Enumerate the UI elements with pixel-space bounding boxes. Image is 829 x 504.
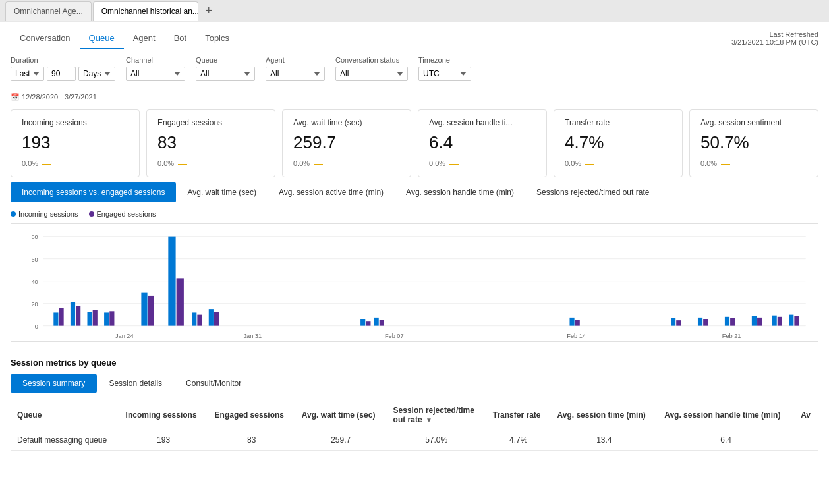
- tab-topics[interactable]: Topics: [196, 28, 239, 49]
- chart-tab-rejected[interactable]: Sessions rejected/timed out rate: [525, 182, 660, 202]
- kpi-change-avg-wait-time: 0.0%: [293, 159, 310, 167]
- session-tab-consult[interactable]: Consult/Monitor: [174, 374, 253, 393]
- svg-rect-24: [209, 309, 214, 326]
- kpi-card-incoming-sessions: Incoming sessions 193 0.0% —: [11, 109, 140, 177]
- duration-value-input[interactable]: [47, 67, 76, 81]
- last-refreshed-label: Last Refreshed: [731, 30, 818, 38]
- agent-filter: Agent All: [266, 56, 325, 81]
- date-range: 📅 12/28/2020 - 3/27/2021: [0, 88, 829, 104]
- svg-rect-11: [59, 308, 63, 326]
- svg-rect-34: [575, 320, 580, 326]
- svg-rect-38: [698, 318, 702, 326]
- cell-rejected: 57.0%: [387, 430, 486, 451]
- cell-engaged: 83: [208, 430, 295, 451]
- new-tab-button[interactable]: +: [200, 2, 218, 20]
- inactive-tab[interactable]: Omnichannel Age...: [5, 1, 92, 21]
- kpi-trend-avg-wait-time: —: [314, 158, 323, 169]
- kpi-value-incoming-sessions: 193: [22, 132, 129, 153]
- cell-avg-wait: 259.7: [295, 430, 387, 451]
- duration-row: Last Days: [11, 67, 115, 81]
- col-queue: Queue: [11, 401, 119, 430]
- svg-rect-12: [71, 302, 75, 326]
- chart-svg: 80 60 40 20 0: [16, 229, 813, 341]
- svg-rect-44: [772, 316, 777, 326]
- svg-text:Feb 14: Feb 14: [567, 333, 586, 339]
- timezone-select[interactable]: UTC: [418, 67, 471, 81]
- chart-tab-avg-wait[interactable]: Avg. wait time (sec): [176, 182, 267, 202]
- svg-text:60: 60: [32, 256, 38, 263]
- timezone-filter: Timezone UTC: [418, 56, 471, 81]
- legend-dot: [11, 211, 16, 217]
- last-refreshed-value: 3/21/2021 10:18 PM (UTC): [731, 38, 818, 46]
- session-tab-summary[interactable]: Session summary: [11, 374, 97, 393]
- svg-rect-14: [87, 312, 92, 325]
- svg-rect-39: [703, 319, 708, 326]
- conv-status-filter: Conversation status All: [335, 56, 408, 81]
- session-tabs: Session summarySession detailsConsult/Mo…: [11, 374, 818, 393]
- chart-tab-avg-handle[interactable]: Avg. session handle time (min): [395, 182, 525, 202]
- duration-filter: Duration Last Days: [11, 56, 115, 81]
- agent-select[interactable]: All: [266, 67, 325, 81]
- svg-text:Feb 07: Feb 07: [385, 333, 404, 339]
- legend-label: Incoming sessions: [18, 210, 78, 218]
- table-header-row: Queue Incoming sessions Engaged sessions…: [11, 401, 818, 430]
- tab-queue[interactable]: Queue: [80, 28, 124, 49]
- svg-rect-22: [192, 312, 196, 325]
- queue-select[interactable]: All: [196, 67, 255, 81]
- chart-tab-avg-active[interactable]: Avg. session active time (min): [268, 182, 395, 202]
- svg-text:40: 40: [32, 279, 38, 285]
- svg-rect-29: [366, 321, 370, 325]
- chart-section: Incoming sessions vs. engaged sessionsAv…: [0, 182, 829, 352]
- queue-filter-label: Queue: [196, 56, 255, 64]
- conv-status-label: Conversation status: [335, 56, 408, 64]
- svg-rect-23: [197, 315, 202, 326]
- chart-tab-incoming-vs-engaged[interactable]: Incoming sessions vs. engaged sessions: [11, 182, 176, 202]
- svg-rect-21: [177, 278, 184, 325]
- active-tab[interactable]: Omnichannel historical an... ✕: [93, 1, 198, 21]
- svg-rect-20: [168, 237, 175, 326]
- agent-label: Agent: [266, 56, 325, 64]
- kpi-title-avg-wait-time: Avg. wait time (sec): [293, 118, 400, 127]
- col-engaged: Engaged sessions: [208, 401, 295, 430]
- tab-agent[interactable]: Agent: [124, 28, 165, 49]
- svg-rect-42: [752, 316, 757, 326]
- kpi-card-avg-sentiment: Avg. session sentiment 50.7% 0.0% —: [689, 109, 818, 177]
- duration-type-select[interactable]: Last: [11, 67, 44, 81]
- kpi-footer-incoming-sessions: 0.0% —: [22, 158, 129, 169]
- session-tab-details[interactable]: Session details: [97, 374, 174, 393]
- svg-rect-37: [676, 320, 681, 326]
- kpi-title-incoming-sessions: Incoming sessions: [22, 118, 129, 127]
- cell-queue: Default messaging queue: [11, 430, 119, 451]
- last-refreshed: Last Refreshed 3/21/2021 10:18 PM (UTC): [731, 30, 818, 46]
- chart-legend: Incoming sessions Engaged sessions: [11, 210, 818, 218]
- svg-rect-25: [214, 312, 219, 325]
- cell-transfer: 4.7%: [486, 430, 551, 451]
- col-avg-handle: Avg. session handle time (min): [658, 401, 794, 430]
- chart-tabs: Incoming sessions vs. engaged sessionsAv…: [11, 182, 818, 202]
- kpi-value-engaged-sessions: 83: [157, 132, 264, 153]
- nav-tabs: Conversation Queue Agent Bot Topics: [11, 28, 239, 49]
- col-incoming: Incoming sessions: [119, 401, 208, 430]
- tab-conversation[interactable]: Conversation: [11, 28, 80, 49]
- col-avg-session: Avg. session time (min): [551, 401, 658, 430]
- queue-filter: Queue All: [196, 56, 255, 81]
- kpi-card-engaged-sessions: Engaged sessions 83 0.0% —: [146, 109, 275, 177]
- kpi-title-avg-sentiment: Avg. session sentiment: [700, 118, 807, 127]
- conv-status-select[interactable]: All: [335, 67, 408, 81]
- kpi-footer-avg-wait-time: 0.0% —: [293, 158, 400, 169]
- svg-rect-17: [109, 311, 114, 325]
- legend-dot: [89, 211, 94, 217]
- svg-text:0: 0: [35, 323, 38, 330]
- cell-avg-session: 13.4: [551, 430, 658, 451]
- svg-rect-45: [778, 317, 782, 326]
- kpi-change-avg-sentiment: 0.0%: [700, 159, 717, 167]
- kpi-value-avg-wait-time: 259.7: [293, 132, 400, 153]
- svg-rect-16: [104, 312, 109, 325]
- tab-bot[interactable]: Bot: [165, 28, 196, 49]
- col-avg-wait: Avg. wait time (sec): [295, 401, 387, 430]
- channel-select[interactable]: All: [126, 67, 185, 81]
- duration-unit-select[interactable]: Days: [78, 67, 115, 81]
- svg-rect-15: [93, 310, 98, 325]
- kpi-value-avg-sentiment: 50.7%: [700, 132, 807, 153]
- svg-text:Jan 31: Jan 31: [243, 333, 262, 339]
